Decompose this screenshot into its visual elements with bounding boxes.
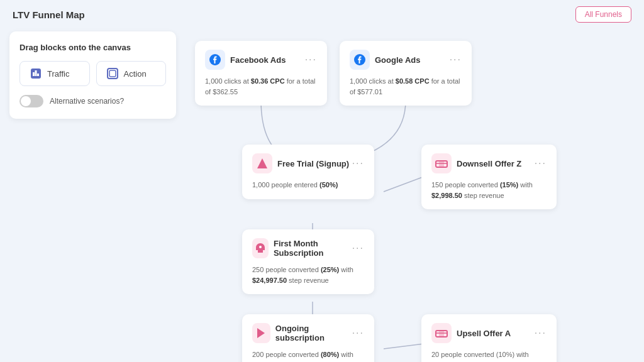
subscription-title: First Month Subscription xyxy=(274,239,352,258)
subscription-card: First Month Subscription ··· 250 people … xyxy=(242,229,374,294)
ongoing-menu[interactable]: ··· xyxy=(352,327,364,339)
facebook-ads-stat: 1,000 clicks at $0.36 CPC for a total of… xyxy=(205,76,317,97)
upsell-menu[interactable]: ··· xyxy=(535,327,547,339)
block-row: Traffic Action xyxy=(19,61,166,86)
action-label: Action xyxy=(124,69,147,79)
traffic-label: Traffic xyxy=(47,69,69,79)
google-ads-card: Google Ads ··· 1,000 clicks at $0.58 CPC… xyxy=(340,41,472,106)
subscription-icon xyxy=(252,238,269,258)
free-trial-icon xyxy=(252,153,272,173)
svg-rect-3 xyxy=(37,74,39,76)
action-icon xyxy=(106,67,119,80)
downsell-menu[interactable]: ··· xyxy=(535,158,547,169)
all-funnels-button[interactable]: All Funnels xyxy=(575,6,631,23)
ongoing-icon xyxy=(252,323,270,343)
upsell-stat: 20 people converted (10%) with $39,980 s… xyxy=(431,349,547,362)
facebook-ads-title: Facebook Ads xyxy=(230,55,286,65)
google-ads-menu[interactable]: ··· xyxy=(450,54,462,65)
upsell-title: Upsell Offer A xyxy=(457,329,511,338)
upsell-header: Upsell Offer A ··· xyxy=(431,323,547,343)
google-ads-title: Google Ads xyxy=(375,55,420,65)
upsell-card: Upsell Offer A ··· 20 people converted (… xyxy=(421,314,557,362)
facebook-ads-header: Facebook Ads ··· xyxy=(205,50,317,70)
svg-marker-12 xyxy=(257,158,267,168)
toggle-row: Alternative scenarios? xyxy=(19,95,166,107)
subscription-stat: 250 people converted (25%) with $24,997.… xyxy=(252,265,364,285)
traffic-block[interactable]: Traffic xyxy=(19,61,90,86)
free-trial-stat: 1,000 people entered (50%) xyxy=(252,180,364,190)
facebook-ads-menu[interactable]: ··· xyxy=(305,54,317,65)
downsell-title: Downsell Offer Z xyxy=(457,159,521,168)
ongoing-stat: 200 people converted (80%) with $53,000 … xyxy=(252,349,364,362)
downsell-stat: 150 people converted (15%) with $2,998.5… xyxy=(431,180,547,200)
traffic-icon xyxy=(29,67,43,80)
action-block[interactable]: Action xyxy=(96,61,167,86)
free-trial-title: Free Trial (Signup) xyxy=(277,159,349,168)
page-title: LTV Funnel Map xyxy=(13,9,85,20)
google-ads-stat: 1,000 clicks at $0.58 CPC for a total of… xyxy=(350,76,462,97)
free-trial-header: Free Trial (Signup) ··· xyxy=(252,153,364,173)
svg-rect-14 xyxy=(439,161,444,167)
sidebar: Drag blocks onto the canvas Traffic Acti xyxy=(9,31,176,119)
google-ads-header: Google Ads ··· xyxy=(350,50,462,70)
google-icon xyxy=(350,50,370,70)
alt-scenarios-toggle[interactable] xyxy=(19,95,43,107)
facebook-icon xyxy=(205,50,225,70)
ongoing-header: Ongoing subscription ··· xyxy=(252,323,364,343)
free-trial-card: Free Trial (Signup) ··· 1,000 people ent… xyxy=(242,145,374,199)
svg-rect-1 xyxy=(33,72,35,76)
facebook-ads-card: Facebook Ads ··· 1,000 clicks at $0.36 C… xyxy=(195,41,327,106)
downsell-icon xyxy=(431,153,452,173)
free-trial-menu[interactable]: ··· xyxy=(352,158,364,169)
ongoing-card: Ongoing subscription ··· 200 people conv… xyxy=(242,314,374,362)
svg-rect-19 xyxy=(439,331,444,337)
svg-rect-5 xyxy=(109,70,116,77)
canvas: Facebook Ads ··· 1,000 clicks at $0.36 C… xyxy=(189,28,644,362)
downsell-card: Downsell Offer Z ··· 150 people converte… xyxy=(421,145,557,209)
subscription-menu[interactable]: ··· xyxy=(352,243,364,254)
header: LTV Funnel Map All Funnels xyxy=(0,0,644,29)
svg-rect-2 xyxy=(35,70,37,76)
alt-scenarios-label: Alternative scenarios? xyxy=(50,97,124,106)
ongoing-title: Ongoing subscription xyxy=(275,324,352,343)
upsell-icon xyxy=(431,323,452,343)
downsell-header: Downsell Offer Z ··· xyxy=(431,153,547,173)
sidebar-drag-label: Drag blocks onto the canvas xyxy=(19,43,166,52)
svg-point-16 xyxy=(259,246,262,248)
subscription-header: First Month Subscription ··· xyxy=(252,238,364,258)
svg-marker-17 xyxy=(257,328,265,338)
